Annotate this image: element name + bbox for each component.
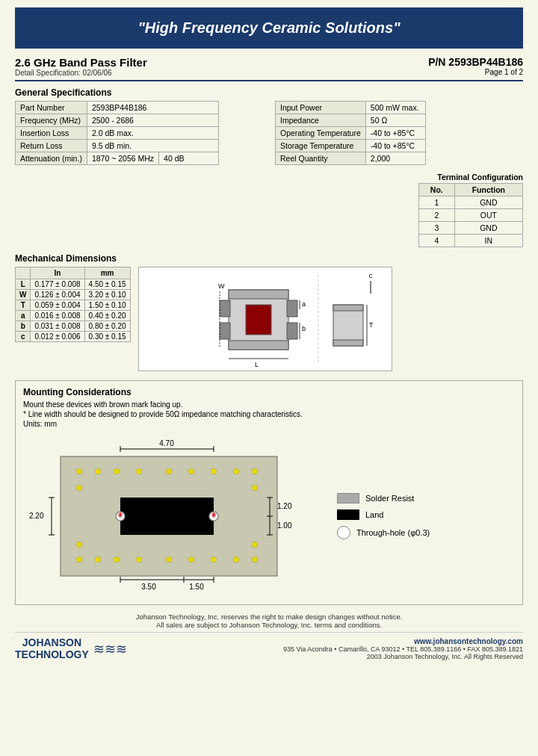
mounting-units: Units: mm xyxy=(23,420,515,428)
svg-point-31 xyxy=(211,468,217,474)
terminal-col-func: Function xyxy=(454,184,522,196)
svg-point-25 xyxy=(76,468,82,474)
svg-point-45 xyxy=(233,557,239,563)
left-specs: Part Number2593BP44B186Frequency (MHz)25… xyxy=(15,101,263,165)
svg-point-32 xyxy=(233,468,239,474)
svg-point-33 xyxy=(252,468,258,474)
logo-waves-icon: ≋≋≋ xyxy=(93,641,127,657)
svg-point-29 xyxy=(166,468,172,474)
land-label: Land xyxy=(365,510,383,519)
through-hole-icon xyxy=(337,526,350,539)
legend-land: Land xyxy=(337,509,430,520)
svg-point-43 xyxy=(188,557,194,563)
product-title: 2.6 GHz Band Pass Filter xyxy=(15,56,147,69)
diagram-space xyxy=(15,173,411,247)
svg-rect-9 xyxy=(287,323,297,339)
svg-point-39 xyxy=(95,557,101,563)
mech-col-in: In xyxy=(31,267,84,279)
legend-through-hole: Through-hole (φ0.3) xyxy=(337,526,430,539)
svg-rect-6 xyxy=(220,300,230,317)
svg-point-38 xyxy=(76,557,82,563)
header-title: "High Frequency Ceramic Solutions" xyxy=(137,19,400,36)
left-specs-table: Part Number2593BP44B186Frequency (MHz)25… xyxy=(15,101,219,165)
svg-text:L: L xyxy=(255,361,259,368)
land-icon xyxy=(337,509,359,520)
svg-text:a: a xyxy=(302,300,306,308)
svg-point-42 xyxy=(166,557,172,563)
svg-rect-20 xyxy=(333,305,363,311)
footer-logo-row: JOHANSONTECHNOLOGY ≋≋≋ www.johansontechn… xyxy=(15,632,523,660)
svg-text:1.20: 1.20 xyxy=(277,502,292,510)
svg-point-28 xyxy=(136,468,142,474)
svg-rect-5 xyxy=(229,341,288,350)
general-specs-section: General Specifications Part Number2593BP… xyxy=(15,87,523,165)
legend-solder: Solder Resist xyxy=(337,493,430,504)
footer-line2: All sales are subject to Johanson Techno… xyxy=(15,621,523,629)
mounting-note-1: Mount these devices with brown mark faci… xyxy=(23,400,515,409)
svg-point-26 xyxy=(95,468,101,474)
svg-text:1.50: 1.50 xyxy=(189,583,204,591)
svg-text:1.00: 1.00 xyxy=(277,521,292,530)
middle-area: Terminal Configuration No. Function 1GND… xyxy=(15,173,523,247)
svg-text:2.20: 2.20 xyxy=(29,512,44,520)
mech-table-area: In mm L0.177 ± 0.0084.50 ± 0.15W0.126 ± … xyxy=(15,267,131,373)
svg-rect-7 xyxy=(220,323,230,339)
svg-text:b: b xyxy=(302,325,306,332)
specs-area: Part Number2593BP44B186Frequency (MHz)25… xyxy=(15,101,523,165)
mech-col-dim xyxy=(16,267,31,279)
svg-point-37 xyxy=(252,542,258,548)
logo-text: JOHANSONTECHNOLOGY xyxy=(15,637,89,660)
mounting-title: Mounting Considerations xyxy=(23,387,515,397)
svg-text:W: W xyxy=(218,282,225,290)
svg-text:c: c xyxy=(368,272,372,279)
mech-title: Mechanical Dimensions xyxy=(15,253,523,264)
mech-col-mm: mm xyxy=(84,267,130,279)
right-specs: Input Power500 mW max.Impedance50 ΩOpera… xyxy=(275,101,523,165)
svg-text:*: * xyxy=(211,510,216,522)
svg-rect-4 xyxy=(229,290,288,299)
website: www.johansontechnology.com xyxy=(283,637,523,645)
footer: Johanson Technology, Inc. reserves the r… xyxy=(15,613,523,660)
through-hole-label: Through-hole (φ0.3) xyxy=(356,528,430,537)
mech-content: In mm L0.177 ± 0.0084.50 ± 0.15W0.126 ± … xyxy=(15,267,523,373)
copyright: 2003 Johanson Technology, Inc. All Right… xyxy=(283,653,523,660)
mech-dim-table: In mm L0.177 ± 0.0084.50 ± 0.15W0.126 ± … xyxy=(15,267,131,342)
general-specs-title: General Specifications xyxy=(15,87,523,98)
terminal-config: Terminal Configuration No. Function 1GND… xyxy=(418,173,523,247)
svg-text:*: * xyxy=(118,510,123,522)
svg-rect-47 xyxy=(120,498,214,535)
mounting-section: Mounting Considerations Mount these devi… xyxy=(15,380,523,605)
mech-diagrams: c W a xyxy=(138,267,523,373)
solder-resist-icon xyxy=(337,493,359,504)
svg-rect-21 xyxy=(333,340,363,346)
svg-point-44 xyxy=(211,557,217,563)
svg-point-35 xyxy=(252,485,258,491)
legend-area: Solder Resist Land Through-hole (φ0.3) xyxy=(337,493,430,539)
footer-right: www.johansontechnology.com 935 Via Acond… xyxy=(283,637,523,660)
svg-rect-8 xyxy=(287,300,297,317)
svg-point-30 xyxy=(188,468,194,474)
svg-point-34 xyxy=(76,485,82,491)
footer-line1: Johanson Technology, Inc. reserves the r… xyxy=(15,613,523,621)
title-right: P/N 2593BP44B186 Page 1 of 2 xyxy=(428,56,523,76)
svg-point-27 xyxy=(114,468,120,474)
header-banner: "High Frequency Ceramic Solutions" xyxy=(15,7,523,49)
mounting-diagram: * * 4.70 1.20 2.20 1.00 xyxy=(23,434,515,598)
terminal-title: Terminal Configuration xyxy=(418,173,523,182)
title-row: 2.6 GHz Band Pass Filter Detail Specific… xyxy=(15,56,523,81)
svg-text:4.70: 4.70 xyxy=(159,439,174,447)
solder-resist-label: Solder Resist xyxy=(365,494,414,503)
title-left: 2.6 GHz Band Pass Filter Detail Specific… xyxy=(15,56,147,77)
terminal-table: No. Function 1GND2OUT3GND4IN xyxy=(418,183,523,247)
page-number: Page 1 of 2 xyxy=(428,68,523,76)
svg-rect-3 xyxy=(246,305,271,335)
part-number: P/N 2593BP44B186 xyxy=(428,56,523,68)
svg-point-41 xyxy=(136,557,142,563)
svg-point-46 xyxy=(252,557,258,563)
mechanical-section: Mechanical Dimensions In mm L0.177 ± 0.0… xyxy=(15,253,523,373)
mounting-note-2: * Line width should be designed to provi… xyxy=(23,410,515,418)
right-specs-table: Input Power500 mW max.Impedance50 ΩOpera… xyxy=(275,101,426,165)
logo-area: JOHANSONTECHNOLOGY ≋≋≋ xyxy=(15,637,127,660)
mech-svg: c W a xyxy=(138,267,392,371)
svg-text:T: T xyxy=(369,321,374,329)
